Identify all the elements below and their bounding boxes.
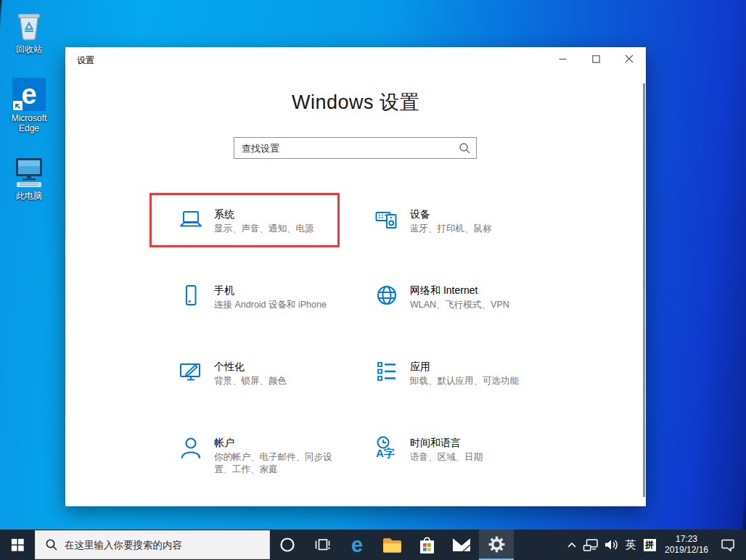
cortana-button[interactable] bbox=[270, 530, 305, 560]
search-icon bbox=[459, 142, 471, 157]
time-language-icon: A字 bbox=[374, 435, 399, 460]
settings-tile-accounts[interactable]: 帐户 你的帐户、电子邮件、同步设置、工作、家庭 bbox=[179, 435, 374, 511]
close-icon bbox=[625, 54, 634, 63]
minimize-icon bbox=[559, 55, 567, 63]
settings-tile-phone[interactable]: 手机 连接 Android 设备和 iPhone bbox=[179, 283, 374, 359]
tile-title: 系统 bbox=[214, 207, 339, 221]
edge-button[interactable]: e bbox=[340, 530, 374, 560]
tile-subtitle: 显示、声音、通知、电源 bbox=[214, 223, 339, 235]
clock[interactable]: 17:23 2019/12/16 bbox=[659, 530, 714, 560]
edge-letter: e bbox=[21, 80, 36, 109]
edge-icon: e bbox=[351, 534, 363, 556]
language-indicator[interactable]: 英 bbox=[621, 530, 640, 560]
tile-title: 应用 bbox=[410, 360, 535, 374]
minimize-button[interactable] bbox=[546, 47, 579, 70]
window-scrollbar[interactable] bbox=[643, 83, 645, 497]
hidden-icons-button[interactable] bbox=[563, 530, 581, 560]
settings-tile-apps[interactable]: 应用 卸载、默认应用、可选功能 bbox=[374, 359, 570, 435]
edge-icon: e bbox=[0, 75, 58, 111]
taskbar-search-box bbox=[35, 530, 270, 559]
tile-subtitle: WLAN、飞行模式、VPN bbox=[410, 299, 535, 311]
tile-title: 网络和 Internet bbox=[410, 284, 535, 297]
account-icon bbox=[179, 435, 203, 460]
gear-icon bbox=[488, 535, 506, 553]
system-tray: 英 拼 17:23 2019/12/16 bbox=[563, 530, 746, 560]
tile-subtitle: 语音、区域、日期 bbox=[410, 451, 535, 464]
page-title: Windows 设置 bbox=[65, 89, 646, 115]
close-button[interactable] bbox=[612, 47, 646, 70]
desktop: { "colors": { "accent_blue": "#0078d7", … bbox=[0, 0, 746, 560]
tile-subtitle: 卸载、默认应用、可选功能 bbox=[410, 375, 535, 387]
ime-indicator[interactable]: 拼 bbox=[640, 530, 659, 560]
window-titlebar: 设置 bbox=[65, 47, 646, 70]
taskbar: e bbox=[0, 530, 746, 560]
tile-title: 设备 bbox=[410, 207, 535, 221]
action-center-icon bbox=[721, 538, 735, 552]
tile-subtitle: 你的帐户、电子邮件、同步设置、工作、家庭 bbox=[214, 451, 339, 476]
desktop-icon-this-pc[interactable]: 此电脑 bbox=[0, 152, 58, 201]
mail-button[interactable] bbox=[444, 530, 479, 560]
network-status-button[interactable] bbox=[581, 530, 601, 560]
this-pc-icon bbox=[0, 152, 58, 189]
windows-logo-icon bbox=[9, 537, 25, 553]
chevron-up-icon bbox=[567, 541, 577, 548]
taskbar-app-buttons: e bbox=[270, 530, 514, 560]
folder-icon bbox=[382, 538, 402, 553]
tile-subtitle: 蓝牙、打印机、鼠标 bbox=[410, 223, 535, 235]
mail-icon bbox=[452, 538, 471, 552]
personalization-icon bbox=[179, 359, 203, 384]
globe-icon bbox=[374, 283, 399, 308]
task-view-icon bbox=[313, 536, 332, 553]
settings-tile-system[interactable]: 系统 显示、声音、通知、电源 bbox=[179, 207, 374, 283]
microsoft-store-button[interactable] bbox=[409, 530, 444, 560]
phone-icon bbox=[179, 283, 203, 308]
desktop-icon-recycle-bin[interactable]: 回收站 bbox=[0, 6, 58, 54]
network-icon bbox=[583, 538, 599, 552]
recycle-bin-icon bbox=[0, 6, 58, 42]
devices-icon bbox=[374, 207, 399, 231]
tile-title: 帐户 bbox=[214, 436, 339, 450]
settings-tile-devices[interactable]: 设备 蓝牙、打印机、鼠标 bbox=[374, 207, 570, 283]
desktop-icon-label: 此电脑 bbox=[0, 191, 58, 201]
tile-title: 个性化 bbox=[214, 360, 339, 374]
cortana-icon bbox=[279, 536, 296, 553]
tray-date: 2019/12/16 bbox=[665, 545, 708, 556]
speaker-icon bbox=[604, 538, 619, 551]
action-center-button[interactable] bbox=[714, 530, 742, 560]
tray-time: 17:23 bbox=[676, 534, 697, 545]
settings-button[interactable] bbox=[479, 530, 514, 560]
store-icon bbox=[418, 535, 436, 555]
laptop-icon bbox=[179, 207, 203, 231]
window-title: 设置 bbox=[77, 54, 94, 67]
tile-subtitle: 连接 Android 设备和 iPhone bbox=[214, 299, 339, 311]
desktop-icon-label: Microsoft Edge bbox=[0, 113, 58, 133]
tile-title: 时间和语言 bbox=[410, 436, 535, 450]
tile-title: 手机 bbox=[214, 284, 339, 297]
ime-mode-badge: 拼 bbox=[644, 539, 656, 551]
settings-tile-network[interactable]: 网络和 Internet WLAN、飞行模式、VPN bbox=[374, 283, 570, 359]
task-view-button[interactable] bbox=[305, 530, 340, 560]
search-icon bbox=[45, 538, 58, 551]
time-language-icon-text: A字 bbox=[376, 447, 395, 459]
tile-subtitle: 背景、锁屏、颜色 bbox=[214, 375, 339, 387]
settings-search-box bbox=[234, 137, 477, 159]
settings-search-input[interactable] bbox=[234, 138, 476, 158]
settings-tile-time-language[interactable]: A字 时间和语言 语音、区域、日期 bbox=[374, 435, 570, 511]
desktop-icon-label: 回收站 bbox=[0, 44, 58, 54]
desktop-icon-microsoft-edge[interactable]: e Microsoft Edge bbox=[0, 75, 58, 133]
settings-window: 设置 Windows 设置 bbox=[65, 47, 646, 506]
volume-button[interactable] bbox=[601, 530, 621, 560]
maximize-button[interactable] bbox=[579, 47, 612, 70]
settings-tiles-grid: 系统 显示、声音、通知、电源 设备 蓝牙、打印机、鼠标 bbox=[179, 207, 574, 511]
maximize-icon bbox=[592, 55, 600, 63]
shortcut-arrow-icon bbox=[13, 101, 22, 110]
settings-tile-personalization[interactable]: 个性化 背景、锁屏、颜色 bbox=[179, 359, 374, 435]
file-explorer-button[interactable] bbox=[374, 530, 409, 560]
taskbar-search-input[interactable] bbox=[65, 540, 269, 551]
start-button[interactable] bbox=[0, 530, 35, 560]
apps-list-icon bbox=[374, 359, 399, 384]
